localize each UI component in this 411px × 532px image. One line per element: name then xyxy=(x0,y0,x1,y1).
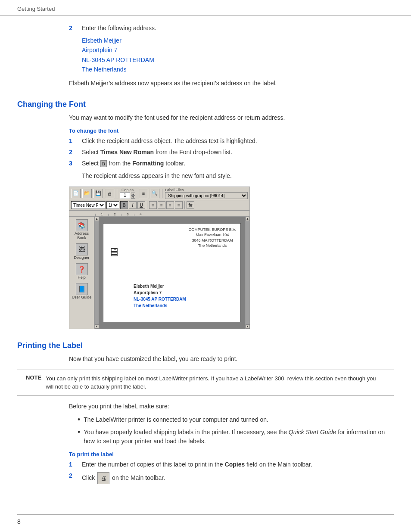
return-addr-3: 3046 MA ROTTERDAM xyxy=(189,238,236,243)
changing-font-intro: You may want to modify the font used for… xyxy=(17,113,394,122)
sw-canvas: 📚 Address Book 🖼 Designer ❓ Help 📘 User … xyxy=(69,217,249,329)
address-block: Elsbeth Meijjer Airportplein 7 NL-3045 A… xyxy=(17,36,394,75)
sw-font-select[interactable]: Times New Roman xyxy=(71,201,106,209)
help-label: Help xyxy=(78,275,86,280)
address-line-2: Airportplein 7 xyxy=(82,45,394,55)
label-files-select[interactable]: Shipping with graphic [99014] xyxy=(165,192,248,199)
page-header: Getting Started xyxy=(0,0,411,16)
user-guide-icon: 📘 xyxy=(76,283,88,295)
sw-sidebar-user-guide[interactable]: 📘 User Guide xyxy=(71,282,93,300)
change-font-subheading: To change the font xyxy=(17,128,394,134)
sw-font-size-select[interactable]: 10 xyxy=(106,201,119,209)
printing-label-heading: Printing the Label xyxy=(17,341,394,350)
bullet-dot-1: • xyxy=(78,415,80,425)
recip-addr-1: Elsbeth Meijjer xyxy=(134,283,186,289)
sw-vscroll-right: ▲ ▼ xyxy=(245,217,249,329)
font-step-2-text: Select Times New Roman from the Font dro… xyxy=(82,149,394,156)
to-print-subheading: To print the label xyxy=(17,451,394,457)
step-2-text: Enter the following address. xyxy=(82,25,394,31)
sw-open-icon[interactable]: 📂 xyxy=(82,189,92,198)
sw-ruler: 1 2 3 4 xyxy=(69,211,249,217)
copies-label: Copies xyxy=(121,188,134,192)
sw-return-address: COMPUTEK EUROPE B.V. Max Euwelaan 104 30… xyxy=(189,227,236,249)
sw-spin-down[interactable]: ▼ xyxy=(131,196,135,199)
user-guide-label: User Guide xyxy=(72,295,92,299)
note-text: You can only print this shipping label o… xyxy=(46,374,385,391)
sw-vscroll-right-track xyxy=(246,221,250,324)
recip-addr-2: Airportplein 7 xyxy=(134,289,186,296)
sw-spin-up[interactable]: ▲ xyxy=(131,193,135,196)
font-result-text: The recipient address appears in the new… xyxy=(17,171,394,180)
changing-font-heading: Changing the Font xyxy=(17,100,394,109)
sw-print-icon[interactable]: 🖨 xyxy=(105,189,114,198)
sw-align-left-btn[interactable]: ≡ xyxy=(149,201,157,209)
print-step-1-block: 1 Enter the number of copies of this lab… xyxy=(17,461,394,468)
sw-vscroll-up[interactable]: ▲ xyxy=(95,217,99,221)
sw-align-icon[interactable]: ≡ xyxy=(139,189,148,198)
sw-vscroll-track xyxy=(95,221,99,324)
sw-fmt-sep xyxy=(147,201,147,209)
sw-vscroll-left: ▲ ▼ xyxy=(94,217,99,329)
bullet-item-1: • The LabelWriter printer is connected t… xyxy=(78,415,394,425)
bullet-text-2: You have properly loaded shipping labels… xyxy=(84,428,394,446)
sw-underline-btn[interactable]: U xyxy=(137,201,145,209)
help-icon: ❓ xyxy=(76,263,88,275)
font-step-1-block: 1 Click the recipient address object. Th… xyxy=(17,137,394,144)
sw-bold-btn[interactable]: B xyxy=(120,201,128,209)
note-box: NOTE You can only print this shipping la… xyxy=(17,370,394,396)
bullet-dot-2: • xyxy=(78,428,80,446)
sw-fmt-sep2 xyxy=(184,201,185,209)
sw-zoom-icon[interactable]: 🔍 xyxy=(150,189,159,198)
sw-align-center-btn[interactable]: ≡ xyxy=(158,201,165,209)
recip-addr-3: NL-3045 AP ROTTERDAM xyxy=(134,296,186,302)
sw-new-icon[interactable]: 📄 xyxy=(71,189,81,198)
sw-copies-input[interactable] xyxy=(120,192,130,199)
sw-vscroll-right-down[interactable]: ▼ xyxy=(246,324,250,329)
page-footer: 8 xyxy=(17,514,394,525)
address-book-icon: 📚 xyxy=(76,219,88,231)
bullet-item-2: • You have properly loaded shipping labe… xyxy=(78,428,394,446)
address-line-1: Elsbeth Meijjer xyxy=(82,36,394,45)
sw-monitor-placeholder-icon: 🖥 xyxy=(108,245,120,259)
print-step-2-block: 2 Click 🖨 on the Main toolbar. xyxy=(17,472,394,484)
sw-ruler-3: 3 xyxy=(121,214,134,216)
step-2-number: 2 xyxy=(69,25,78,31)
sw-sidebar-help[interactable]: ❓ Help xyxy=(75,262,89,280)
font-step-3-number: 3 xyxy=(69,160,78,167)
sw-copies-box: ▲ ▼ xyxy=(120,192,135,199)
sw-toolbar-sep1 xyxy=(117,189,117,198)
sw-special-chars-btn[interactable]: f# xyxy=(187,201,194,209)
print-step-2-text: Click 🖨 on the Main toolbar. xyxy=(82,472,394,484)
font-step-1-number: 1 xyxy=(69,137,78,144)
recip-addr-4: The Netherlands xyxy=(134,302,186,309)
sw-label-canvas: COMPUTEK EUROPE B.V. Max Euwelaan 104 30… xyxy=(99,217,245,329)
label-files-label: Label Files xyxy=(165,188,248,192)
sw-align-justify-btn[interactable]: ≡ xyxy=(175,201,183,209)
sw-vscroll-down[interactable]: ▼ xyxy=(95,324,99,329)
software-screenshot: 📄 📂 💾 🖨 Copies ▲ ▼ ≡ xyxy=(69,187,250,329)
sw-sidebar-address-book[interactable]: 📚 Address Book xyxy=(69,218,94,241)
sw-vscroll-right-up[interactable]: ▲ xyxy=(246,217,250,221)
designer-label: Designer xyxy=(74,255,89,260)
return-addr-2: Max Euwelaan 104 xyxy=(189,232,236,238)
sw-save-icon[interactable]: 💾 xyxy=(93,189,103,198)
font-step-1-text: Click the recipient address object. The … xyxy=(82,137,394,144)
address-line-4: The Netherlands xyxy=(82,65,394,74)
sw-italic-btn[interactable]: I xyxy=(129,201,137,209)
return-addr-1: COMPUTEK EUROPE B.V. xyxy=(189,227,236,233)
step-2-block: 2 Enter the following address. xyxy=(17,25,394,31)
before-print-text: Before you print the label, make sure: xyxy=(17,402,394,411)
font-step-3-block: 3 Select B from the Formatting toolbar. xyxy=(17,160,394,167)
address-book-label: Address Book xyxy=(70,231,93,240)
sw-sidebar-designer[interactable]: 🖼 Designer xyxy=(73,243,90,261)
address-line-3: NL-3045 AP ROTTERDAM xyxy=(82,55,394,65)
sw-align-right-btn[interactable]: ≡ xyxy=(166,201,174,209)
bullet-list: • The LabelWriter printer is connected t… xyxy=(17,415,394,446)
screenshot-container: 📄 📂 💾 🖨 Copies ▲ ▼ ≡ xyxy=(17,187,394,329)
print-step-1-text: Enter the number of copies of this label… xyxy=(82,461,394,468)
font-step-2-number: 2 xyxy=(69,149,78,156)
note-label: NOTE xyxy=(26,374,41,391)
sw-sidebar: 📚 Address Book 🖼 Designer ❓ Help 📘 User … xyxy=(69,217,94,329)
main-content: 2 Enter the following address. Elsbeth M… xyxy=(0,16,411,506)
sw-ruler-2: 2 xyxy=(108,214,121,216)
